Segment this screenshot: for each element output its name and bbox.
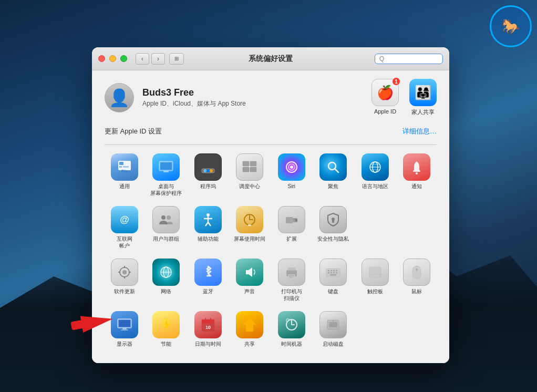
update-banner: 更新 Apple ID 设置 详细信息…: [105, 125, 437, 138]
maximize-button[interactable]: [120, 55, 127, 62]
icon-item-sound[interactable]: 声音: [230, 256, 270, 304]
svg-rect-64: [331, 272, 332, 274]
icon-label-extension: 扩展: [286, 235, 297, 242]
icon-item-sharing[interactable]: 共享: [230, 309, 270, 349]
svg-point-9: [203, 169, 206, 172]
icon-label-sharing: 共享: [244, 341, 255, 347]
icon-box-display: [111, 311, 138, 338]
svg-rect-41: [295, 219, 297, 221]
icon-label-siri: Siri: [288, 183, 295, 190]
window-title: 系统偏好设置: [249, 54, 293, 64]
icon-item-notification[interactable]: 通知: [397, 151, 437, 199]
icon-box-sharing: [236, 311, 263, 338]
update-link[interactable]: 详细信息…: [402, 127, 437, 136]
svg-point-26: [416, 172, 418, 174]
icon-box-extension: [278, 206, 305, 233]
icon-item-security[interactable]: 安全性与隐私: [314, 204, 354, 251]
icon-item-keyboard[interactable]: 键盘: [314, 256, 354, 304]
forward-button[interactable]: ›: [151, 53, 165, 65]
icon-item-extension[interactable]: 扩展: [272, 204, 312, 251]
icon-item-desktop[interactable]: 桌面与 屏幕保护程序: [147, 151, 187, 199]
search-input[interactable]: [386, 55, 438, 63]
icon-item-spotlight[interactable]: 聚焦: [314, 151, 354, 199]
icon-label-network: 网络: [161, 288, 171, 295]
minimize-button[interactable]: [109, 55, 116, 62]
icon-label-accessibility: 辅助功能: [198, 235, 219, 242]
icon-item-dock[interactable]: 程序坞: [188, 151, 228, 199]
divider-1: [105, 145, 437, 145]
search-icon: Q: [379, 55, 384, 63]
svg-rect-68: [369, 267, 381, 277]
icon-item-software[interactable]: 软件更新: [105, 256, 144, 304]
svg-point-11: [210, 169, 213, 172]
icon-label-spotlight: 聚焦: [328, 183, 338, 190]
icon-item-placeholder4: [397, 309, 437, 349]
icon-item-accessibility[interactable]: 辅助功能: [188, 204, 228, 251]
svg-rect-1: [119, 162, 123, 165]
icon-grid-row2: @ 互联网 帐户 用户与群组 辅助功能 屏幕使用时间 扩展 安全性与隐私: [105, 204, 437, 251]
icon-item-timemachine[interactable]: 时间机器: [272, 309, 312, 349]
icon-item-mission[interactable]: 调度中心: [230, 151, 270, 199]
traffic-lights: [98, 55, 127, 62]
avatar[interactable]: 👤: [105, 83, 134, 112]
apple-id-icon: 🍎 1: [371, 79, 399, 106]
grid-view-button[interactable]: ⊞: [169, 53, 184, 65]
svg-rect-13: [250, 161, 256, 166]
nav-buttons: ‹ ›: [136, 53, 165, 65]
back-button[interactable]: ‹: [136, 53, 149, 65]
icon-grid-row3: 软件更新 网络 蓝牙 声音 打印机与 扫描仪 键盘 触控板 鼠标: [105, 256, 437, 304]
svg-rect-12: [243, 161, 249, 166]
icon-label-security: 安全性与隐私: [317, 235, 349, 242]
svg-line-20: [335, 169, 338, 172]
icon-box-startup: [319, 311, 347, 338]
icon-box-language: [362, 153, 389, 181]
icon-item-network[interactable]: 网络: [147, 256, 187, 304]
svg-point-30: [206, 213, 210, 216]
apple-id-label: Apple ID: [374, 108, 396, 115]
icon-item-startup[interactable]: 启动磁盘: [314, 309, 354, 349]
icon-box-siri: [278, 153, 305, 181]
icon-grid-row4: 显示器 节能 10 日期与时间 共享 时间机器 启动磁盘: [105, 309, 437, 349]
icon-item-users[interactable]: 用户与群组: [147, 204, 187, 251]
svg-rect-62: [336, 270, 337, 272]
icon-item-datetime[interactable]: 10 日期与时间: [188, 309, 228, 349]
svg-rect-15: [250, 167, 256, 172]
search-box[interactable]: Q: [375, 54, 443, 64]
icon-grid-row1: File 通用 桌面与 屏幕保护程序 程序坞 调度中心 Siri 聚焦 语言与地…: [105, 151, 437, 199]
icon-box-printer: [278, 259, 305, 286]
icon-item-general[interactable]: File 通用: [105, 151, 144, 199]
icon-item-language[interactable]: 语言与地区: [355, 151, 395, 199]
svg-rect-57: [289, 277, 293, 278]
icon-box-bluetooth: [194, 259, 222, 286]
icon-label-software: 软件更新: [114, 288, 135, 295]
icon-label-printer: 打印机与 扫描仪: [281, 288, 302, 302]
icon-label-language: 语言与地区: [362, 183, 388, 190]
icon-item-bluetooth[interactable]: 蓝牙: [188, 256, 228, 304]
icon-item-energy[interactable]: 节能: [147, 309, 187, 349]
svg-rect-3: [123, 166, 129, 168]
close-button[interactable]: [98, 55, 105, 62]
svg-point-45: [122, 270, 127, 274]
svg-rect-43: [332, 220, 334, 223]
icon-item-siri[interactable]: Siri: [272, 151, 312, 199]
icon-item-screentime[interactable]: 屏幕使用时间: [230, 204, 270, 251]
icon-item-printer[interactable]: 打印机与 扫描仪: [272, 256, 312, 304]
apple-id-button[interactable]: 🍎 1 Apple ID: [371, 79, 399, 116]
svg-point-86: [333, 321, 334, 322]
icon-box-timemachine: [278, 311, 305, 338]
svg-rect-39: [286, 217, 293, 223]
family-sharing-button[interactable]: 👨‍👩‍👧 家人共享: [409, 79, 437, 116]
svg-rect-66: [336, 272, 337, 274]
svg-line-34: [208, 222, 211, 226]
svg-rect-59: [328, 270, 329, 272]
logo-icon: 🐎: [490, 5, 532, 47]
icon-box-screentime: [236, 206, 263, 233]
profile-section: 👤 Buds3 Free Apple ID、iCloud、媒体与 App Sto…: [105, 79, 437, 116]
icon-box-keyboard: [319, 259, 347, 286]
icon-label-display: 显示器: [117, 341, 132, 347]
icon-label-dock: 程序坞: [200, 183, 216, 190]
icon-item-mouse[interactable]: 鼠标: [397, 256, 437, 304]
icon-item-internet[interactable]: @ 互联网 帐户: [105, 204, 144, 251]
icon-item-trackpad[interactable]: 触控板: [355, 256, 395, 304]
profile-subtitle: Apple ID、iCloud、媒体与 App Store: [142, 99, 371, 108]
